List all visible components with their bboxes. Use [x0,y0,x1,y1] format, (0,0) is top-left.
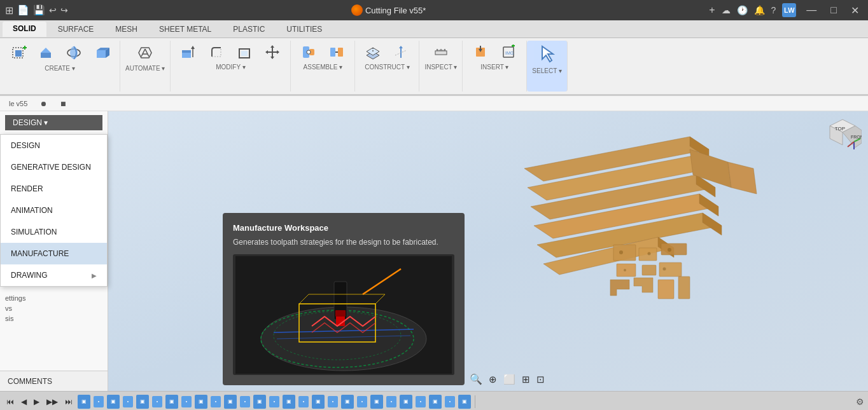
timeline-end-btn[interactable]: ⏭ [62,396,75,407]
subtab-record[interactable]: ⏺ [36,99,51,109]
layout-btn[interactable]: ⊡ [535,372,547,387]
redo-icon[interactable]: ↪ [60,5,68,15]
svg-rect-30 [330,48,335,57]
timeline-marker-5[interactable]: ▣ [136,395,149,409]
insert-svg-btn[interactable]: IMG [496,42,521,62]
timeline-next-btn[interactable]: ▶▶ [44,396,60,407]
panel-item-vs[interactable]: vs [5,303,102,313]
press-pull-btn[interactable] [176,42,201,62]
timeline-marker-13[interactable]: ▣ [253,395,266,409]
axis-btn[interactable] [388,42,414,62]
tab-plastic[interactable]: PLASTIC [223,22,275,36]
timeline-prev-btn[interactable]: ◀ [18,396,29,407]
timeline-play-btn[interactable]: ▶ [31,396,42,407]
create-new-body-btn[interactable] [5,42,31,64]
menu-item-manufacture[interactable]: MANUFACTURE [1,243,107,264]
app-grid-icon[interactable]: ⊞ [5,4,13,17]
minimize-btn[interactable]: — [802,3,820,17]
offset-plane-btn[interactable] [360,42,386,62]
undo-icon[interactable]: ↩ [49,5,57,15]
tab-mesh[interactable]: MESH [105,22,148,36]
timeline-marker-27[interactable]: ▣ [458,395,471,409]
svg-rect-99 [658,280,674,299]
comments-bar[interactable]: COMMENTS [0,371,108,391]
menu-item-render[interactable]: RENDER [1,178,107,200]
user-avatar[interactable]: LW [782,3,796,17]
timeline-marker-6[interactable]: ▪ [152,396,162,407]
panel-item-sis[interactable]: sis [5,313,102,324]
revolve-btn[interactable] [61,42,87,64]
file-icon[interactable]: 📄 [17,4,29,16]
notification-icon[interactable]: 🔔 [754,5,765,15]
tab-utilities[interactable]: UTILITIES [276,22,332,36]
timeline-marker-21[interactable]: ▣ [370,395,383,409]
panel-item-settings[interactable]: ettings [5,293,102,303]
svg-marker-18 [191,46,195,49]
zoom-btn[interactable]: 🔍 [468,371,484,387]
subtab-stop[interactable]: ⏹ [56,99,71,109]
timeline-marker-18[interactable]: ▪ [328,396,338,407]
wood-parts-view [512,130,830,353]
menu-item-generative-design[interactable]: GENERATIVE DESIGN [1,156,107,178]
timeline-marker-8[interactable]: ▪ [181,396,192,407]
fillet-btn[interactable] [204,42,229,62]
tab-row: SOLID SURFACE MESH SHEET METAL PLASTIC U… [0,20,868,38]
timeline-marker-9[interactable]: ▣ [195,395,207,409]
settings-icon[interactable]: ⚙ [856,397,864,407]
timeline-start-btn[interactable]: ⏮ [4,396,17,407]
timeline-marker-4[interactable]: ▪ [123,396,133,407]
select-btn[interactable] [534,42,561,66]
maximize-btn[interactable]: □ [827,3,841,17]
ribbon-group-insert: IMG INSERT ▾ [463,41,527,92]
as-built-joint-btn[interactable] [324,42,349,62]
timeline-marker-3[interactable]: ▣ [107,395,120,409]
measure-btn[interactable] [428,42,454,62]
timeline-marker-19[interactable]: ▣ [341,395,354,409]
timeline-marker-15[interactable]: ▣ [283,395,295,409]
svg-rect-20 [241,51,248,56]
timeline-marker-10[interactable]: ▪ [211,396,221,407]
menu-item-animation[interactable]: ANIMATION [1,200,107,221]
automate-btn[interactable] [132,42,158,64]
subtab-file[interactable]: le v55 [5,99,31,109]
timeline-marker-24[interactable]: ▪ [416,396,426,407]
save-icon[interactable]: 💾 [33,4,45,16]
timeline-marker-23[interactable]: ▣ [400,395,412,409]
help-icon[interactable]: ? [771,5,776,15]
shell-btn[interactable] [232,42,257,62]
timeline-marker-11[interactable]: ▣ [224,395,237,409]
timeline-marker-14[interactable]: ▪ [269,396,279,407]
timeline-marker-12[interactable]: ▪ [240,396,250,407]
menu-item-design[interactable]: DESIGN [1,135,107,156]
timeline-marker-2[interactable]: ▪ [94,396,104,407]
close-btn[interactable]: ✕ [847,3,863,18]
tab-solid[interactable]: SOLID [3,22,46,37]
design-workspace-btn[interactable]: DESIGN ▾ [5,115,102,130]
timeline-marker-1[interactable]: ▣ [78,395,90,409]
zoom-fit-btn[interactable]: ⊕ [487,372,499,387]
box-btn[interactable] [89,42,115,64]
extrude-btn[interactable] [33,42,59,64]
tab-surface[interactable]: SURFACE [48,22,104,36]
menu-item-simulation[interactable]: SIMULATION [1,221,107,243]
grid-btn[interactable]: ⊞ [520,372,532,387]
cloud-icon[interactable]: ☁ [722,5,731,15]
svg-point-101 [619,250,623,254]
timeline-marker-26[interactable]: ▪ [445,396,455,407]
timeline-marker-20[interactable]: ▪ [357,396,367,407]
clock-icon[interactable]: 🕐 [737,5,748,15]
tab-sheet-metal[interactable]: SHEET METAL [149,22,221,36]
timeline-marker-25[interactable]: ▣ [429,395,442,409]
joint-btn[interactable] [296,42,321,62]
move-btn[interactable] [260,42,285,62]
add-tab-icon[interactable]: + [709,4,715,16]
insert-mcmaster-btn[interactable] [468,42,493,62]
timeline-marker-17[interactable]: ▣ [312,395,325,409]
timeline-marker-7[interactable]: ▣ [165,395,178,409]
timeline-marker-16[interactable]: ▪ [298,396,309,407]
menu-item-drawing[interactable]: DRAWING ▶ [1,264,107,286]
design-btn-label: DESIGN ▾ [13,118,48,127]
ribbon-group-construct: CONSTRUCT ▾ [355,41,419,92]
timeline-marker-22[interactable]: ▪ [386,396,396,407]
display-mode-btn[interactable]: ⬜ [501,372,517,387]
